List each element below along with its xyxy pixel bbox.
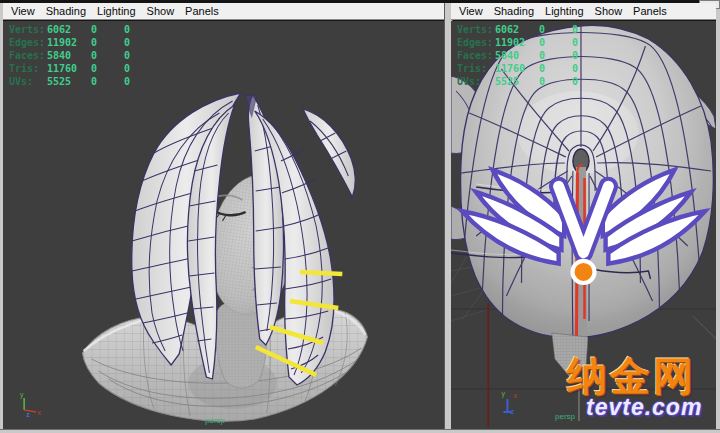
hud-row: UVs:552500	[9, 75, 154, 88]
svg-text:z: z	[510, 408, 514, 415]
hud-row: Tris:1176000	[9, 62, 154, 75]
svg-text:y: y	[501, 390, 505, 398]
maya-two-pane-window: View Shading Lighting Show Panels	[0, 0, 720, 433]
menu-item-shading[interactable]: Shading	[46, 5, 86, 17]
hud-row: UVs:552500	[457, 75, 602, 88]
menu-item-lighting[interactable]: Lighting	[545, 5, 584, 17]
view-axis-gizmo: y x z	[501, 390, 517, 415]
menu-item-lighting[interactable]: Lighting	[97, 5, 136, 17]
svg-text:z: z	[26, 411, 30, 418]
left-pane: View Shading Lighting Show Panels	[3, 3, 444, 429]
camera-label: persp	[555, 412, 575, 421]
hud-row: Tris:1176000	[457, 62, 602, 75]
hud-row: Faces:584000	[457, 49, 602, 62]
left-viewport[interactable]: y x z Verts:606200 Edges:1190200 Faces:5…	[3, 21, 444, 429]
window-frame-bottom	[0, 429, 720, 433]
right-menubar: View Shading Lighting Show Panels	[451, 3, 716, 20]
menu-item-panels[interactable]: Panels	[185, 5, 219, 17]
view-axis-gizmo: y x z	[20, 391, 41, 418]
svg-text:y: y	[20, 391, 24, 399]
camera-label: persp	[205, 416, 225, 425]
svg-text:x: x	[513, 392, 517, 399]
hud-row: Verts:606200	[9, 23, 154, 36]
face-mesh-below	[552, 333, 588, 421]
hud-row: Edges:1190200	[457, 36, 602, 49]
menu-item-view[interactable]: View	[459, 5, 483, 17]
left-menubar: View Shading Lighting Show Panels	[3, 3, 444, 20]
left-polycount-hud: Verts:606200 Edges:1190200 Faces:584000 …	[9, 23, 154, 88]
svg-text:x: x	[37, 409, 41, 416]
menu-item-shading[interactable]: Shading	[494, 5, 534, 17]
right-viewport[interactable]: y x z Verts:606200 Edges:1190200 Faces:5…	[451, 21, 716, 429]
hud-row: Faces:584000	[9, 49, 154, 62]
right-polycount-hud: Verts:606200 Edges:1190200 Faces:584000 …	[457, 23, 602, 88]
right-pane: View Shading Lighting Show Panels	[451, 3, 716, 429]
menu-item-view[interactable]: View	[11, 5, 35, 17]
hud-row: Edges:1190200	[9, 36, 154, 49]
menu-item-panels[interactable]: Panels	[633, 5, 667, 17]
grid-line-diagonal	[693, 316, 716, 339]
menu-item-show[interactable]: Show	[595, 5, 623, 17]
menu-item-show[interactable]: Show	[147, 5, 175, 17]
hud-row: Verts:606200	[457, 23, 602, 36]
window-frame-right	[716, 3, 720, 433]
